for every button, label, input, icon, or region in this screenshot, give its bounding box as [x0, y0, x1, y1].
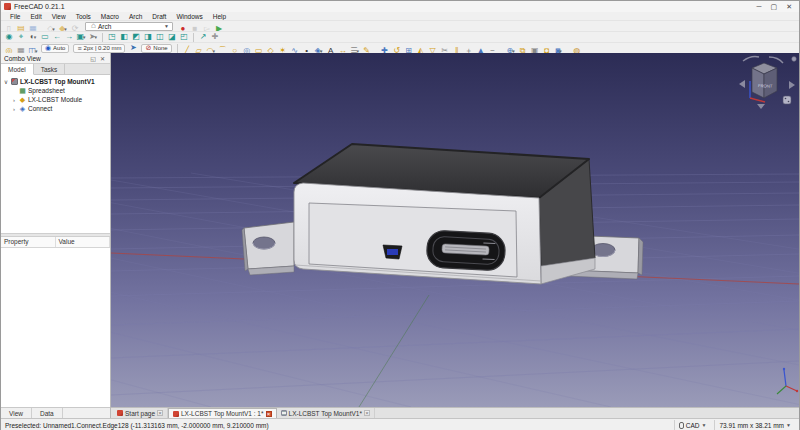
- draft-linewidth-button[interactable]: ≡ 2px | 0.20 mm: [73, 44, 125, 53]
- draft-lock-icon[interactable]: ◍: [571, 46, 583, 53]
- macro-edit-icon[interactable]: ▻: [201, 24, 213, 31]
- menu-item-macro[interactable]: Macro: [96, 13, 124, 20]
- menu-item-windows[interactable]: Windows: [171, 13, 207, 20]
- draft-offset-icon[interactable]: ▽: [427, 46, 439, 53]
- draft-polyline-icon[interactable]: ▱: [193, 46, 205, 53]
- new-file-icon[interactable]: ▯: [3, 24, 15, 31]
- tree-item[interactable]: ›◈Connect: [3, 104, 110, 113]
- zoom-icon[interactable]: ⌖: [15, 32, 27, 42]
- nav-dice-icon[interactable]: [783, 96, 791, 104]
- draft-autogroup-button[interactable]: ⊘ None: [141, 44, 171, 53]
- draft-line-icon[interactable]: ╱: [181, 46, 193, 53]
- draft-join-icon[interactable]: ∥: [451, 46, 463, 53]
- draft-mirror-icon[interactable]: ◭: [415, 46, 427, 53]
- chevron-down-icon[interactable]: ▾: [320, 46, 323, 53]
- tree-item[interactable]: ▦Spreadsheet: [3, 86, 110, 95]
- save-file-icon[interactable]: ▦: [27, 24, 39, 31]
- micro-usb-port[interactable]: [383, 245, 402, 259]
- tree-caret-icon[interactable]: ›: [11, 97, 17, 103]
- draft-trim-icon[interactable]: ✂: [439, 46, 451, 53]
- fit-all-icon[interactable]: ◉: [3, 32, 15, 42]
- measure-icon[interactable]: ↗: [197, 32, 209, 42]
- pointer-icon[interactable]: ➤▾: [87, 32, 99, 42]
- draft-annotation-icon[interactable]: ✎: [361, 46, 373, 53]
- draft-heal-icon[interactable]: ◘: [541, 46, 553, 53]
- draft-dimension-icon[interactable]: ↔: [337, 46, 349, 53]
- draft-circle-icon[interactable]: ○: [229, 46, 241, 53]
- property-editor-body[interactable]: [1, 248, 110, 407]
- draft-label-icon[interactable]: ☰▾: [349, 46, 361, 53]
- chevron-down-icon[interactable]: ▾: [212, 46, 215, 53]
- view-left-icon[interactable]: ◰: [178, 32, 190, 42]
- draft-fillet-icon[interactable]: ◠▾: [205, 46, 217, 53]
- draft-point-icon[interactable]: •: [301, 46, 313, 53]
- view-top-icon[interactable]: ◩: [130, 32, 142, 42]
- workbench-selector[interactable]: ⌂ Arch ▼: [85, 22, 173, 31]
- draft-polygon-icon[interactable]: ◇: [265, 46, 277, 53]
- tree-item[interactable]: ›◆LX-LCBST Module: [3, 95, 110, 104]
- draft-clone-icon[interactable]: ⧉: [517, 46, 529, 53]
- tree-caret-icon[interactable]: ∨: [3, 78, 9, 85]
- draft-array-icon[interactable]: ⊕▾: [505, 46, 517, 53]
- menu-item-file[interactable]: File: [5, 13, 25, 20]
- tree-caret-icon[interactable]: ›: [11, 106, 17, 112]
- tab-close-icon[interactable]: ×: [157, 410, 163, 416]
- draft-arc-icon[interactable]: ⌒: [217, 46, 229, 53]
- menu-item-help[interactable]: Help: [208, 13, 231, 20]
- maximize-button[interactable]: ▢: [771, 3, 778, 11]
- chevron-down-icon[interactable]: ▾: [95, 32, 98, 42]
- 3d-viewport[interactable]: FRONT: [111, 53, 799, 407]
- draft-text-icon[interactable]: A: [325, 46, 337, 53]
- draft-ellipse-icon[interactable]: ◎: [241, 46, 253, 53]
- undo-icon[interactable]: ◆▾: [57, 24, 69, 31]
- chevron-down-icon[interactable]: ▾: [357, 46, 360, 53]
- nav-back-icon[interactable]: ←: [51, 32, 63, 42]
- macro-stop-icon[interactable]: ■: [189, 24, 201, 31]
- nav-forward-icon[interactable]: →: [63, 32, 75, 42]
- close-button[interactable]: ✕: [786, 3, 792, 11]
- menu-item-edit[interactable]: Edit: [25, 13, 46, 20]
- refresh-icon[interactable]: ⟳: [69, 24, 81, 31]
- draft-downgrade-icon[interactable]: −: [487, 46, 499, 53]
- view-front-icon[interactable]: ◧: [118, 32, 130, 42]
- view-rear-icon[interactable]: ◫: [154, 32, 166, 42]
- nav-sphere-icon[interactable]: [792, 57, 797, 62]
- chevron-down-icon[interactable]: ▾: [35, 46, 38, 53]
- macro-record-icon[interactable]: ●: [177, 24, 189, 31]
- panel-close-icon[interactable]: ✕: [98, 55, 107, 62]
- draft-autoplane-button[interactable]: ◉ Auto: [41, 44, 69, 53]
- menu-item-draft[interactable]: Draft: [147, 13, 171, 20]
- link-view-icon[interactable]: ▣▾: [75, 32, 87, 42]
- draft-rotate-icon[interactable]: ↺: [391, 46, 403, 53]
- chevron-down-icon[interactable]: ▾: [512, 46, 515, 53]
- viewport-dimensions[interactable]: 73.91 mm x 38.21 mm ▼: [714, 420, 795, 430]
- clip-plane-icon[interactable]: ✚: [209, 32, 221, 42]
- view-isometric-icon[interactable]: ◳: [106, 32, 118, 42]
- panel-float-icon[interactable]: ◱: [88, 55, 98, 62]
- chevron-down-icon[interactable]: ▾: [64, 24, 67, 31]
- chevron-down-icon[interactable]: ▾: [34, 32, 37, 42]
- draft-star-icon[interactable]: ✶: [277, 46, 289, 53]
- property-tab-data[interactable]: Data: [32, 408, 63, 418]
- draft-split-icon[interactable]: ＋: [463, 46, 475, 53]
- menu-item-tools[interactable]: Tools: [71, 13, 96, 20]
- draw-style-icon[interactable]: ◐▾: [27, 32, 39, 42]
- snap-lock-icon[interactable]: ◎: [3, 46, 15, 53]
- view-right-icon[interactable]: ◨: [142, 32, 154, 42]
- paste-icon[interactable]: ◇▾: [45, 24, 57, 31]
- document-tab[interactable]: LX-LCBST Top MountV1 : 1*×: [168, 408, 277, 418]
- tab-model[interactable]: Model: [1, 64, 34, 75]
- draft-rectangle-icon[interactable]: ▭: [253, 46, 265, 53]
- view-bottom-icon[interactable]: ◪: [166, 32, 178, 42]
- draft-layer-icon[interactable]: ◙▾: [553, 46, 565, 53]
- draft-facebinder-icon[interactable]: ◈▾: [313, 46, 325, 53]
- tab-close-icon[interactable]: ×: [266, 411, 272, 417]
- tree-item[interactable]: ∨LX-LCBST Top MountV1: [3, 77, 110, 86]
- draft-upgrade-icon[interactable]: ▲: [475, 46, 487, 53]
- macro-play-icon[interactable]: ▶: [213, 24, 225, 31]
- tab-tasks[interactable]: Tasks: [34, 64, 66, 74]
- snap-grid-icon[interactable]: ▦: [15, 46, 27, 53]
- draft-arrow-icon[interactable]: ➤: [127, 43, 139, 53]
- minimize-button[interactable]: ─: [757, 3, 762, 11]
- draft-bspline-icon[interactable]: ∿: [289, 46, 301, 53]
